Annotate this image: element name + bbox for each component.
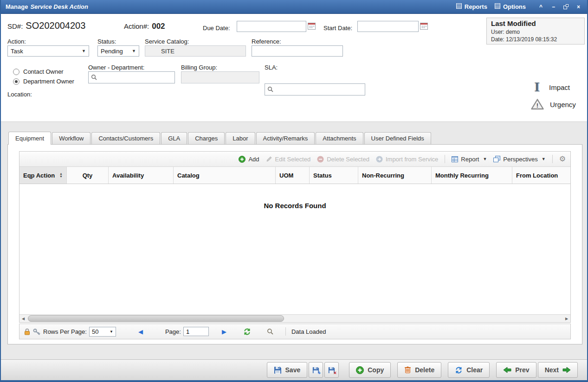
tab-attachments[interactable]: Attachments xyxy=(316,132,363,144)
grid-status-text: Data Loaded xyxy=(291,328,326,335)
report-icon xyxy=(452,156,458,162)
column-header-catalog[interactable]: Catalog xyxy=(174,167,276,184)
tab-labor[interactable]: Labor xyxy=(226,132,255,144)
tab-user-defined-fields[interactable]: User Defined Fields xyxy=(364,132,431,144)
column-header-availability[interactable]: Availability xyxy=(109,167,174,184)
column-header-from-location[interactable]: From Location xyxy=(512,167,570,184)
department-owner-label: Department Owner xyxy=(23,78,74,85)
reports-label: Reports xyxy=(465,3,487,10)
scroll-left-icon[interactable]: ◀ xyxy=(19,315,27,322)
sla-input[interactable] xyxy=(265,83,365,96)
scroll-right-icon[interactable]: ▶ xyxy=(563,315,570,322)
column-header-uom[interactable]: UOM xyxy=(276,167,310,184)
prev-next-group: Prev Next xyxy=(496,362,578,378)
title-prefix: Manage xyxy=(6,3,28,10)
horizontal-scrollbar[interactable]: ◀ ▶ xyxy=(19,314,570,322)
import-from-service-button[interactable]: Import from Service xyxy=(376,156,438,163)
location-label: Location: xyxy=(7,91,32,98)
sd-label: SD#: xyxy=(7,22,23,30)
column-header-monthly-recurring[interactable]: Monthly Recurring xyxy=(432,167,512,184)
column-header-eqp-action[interactable]: Eqp Action ▲▼ xyxy=(19,167,67,184)
column-header-qty[interactable]: Qty xyxy=(67,167,109,184)
start-date-input[interactable] xyxy=(357,21,419,32)
billing-group-label: Billing Group: xyxy=(181,64,217,71)
last-modified-title: Last Modified xyxy=(491,19,580,27)
save-button[interactable]: Save xyxy=(267,362,308,378)
import-icon xyxy=(376,156,383,163)
pager-separator xyxy=(285,327,286,336)
lock-icon[interactable] xyxy=(24,328,30,335)
urgency-row[interactable]: ! Urgency xyxy=(530,98,576,110)
grid-body: No Records Found xyxy=(19,184,570,314)
perspectives-icon xyxy=(493,156,500,162)
owner-department-input[interactable] xyxy=(88,71,175,83)
add-icon xyxy=(239,156,246,163)
toolbar-separator xyxy=(552,155,553,163)
tab-equipment[interactable]: Equipment xyxy=(8,132,51,145)
save-and-new-button[interactable]: + xyxy=(309,362,323,378)
report-dropdown-button[interactable]: Report ▼ xyxy=(452,156,487,163)
options-icon xyxy=(495,3,500,10)
action-select[interactable]: Task ▼ xyxy=(7,45,89,57)
delete-selected-button[interactable]: Delete Selected xyxy=(317,156,369,163)
search-icon xyxy=(91,74,97,80)
tab-gla[interactable]: GLA xyxy=(161,132,187,144)
column-label: Eqp Action xyxy=(23,172,55,179)
tab-workflow[interactable]: Workflow xyxy=(52,132,90,144)
department-owner-radio[interactable]: Department Owner xyxy=(13,78,74,85)
action-number: Action#:002 xyxy=(124,22,165,31)
sd-number: SD#:SO202004203 xyxy=(7,20,85,31)
delete-button[interactable]: Delete xyxy=(397,362,441,378)
collapse-icon[interactable]: ^ xyxy=(537,3,545,11)
key-icon[interactable] xyxy=(33,328,40,335)
report-label: Report xyxy=(461,156,479,163)
service-catalog-field: SITE xyxy=(145,45,246,57)
contact-owner-radio[interactable]: Contact Owner xyxy=(13,68,64,75)
next-button[interactable]: Next xyxy=(538,362,578,378)
action-label: Action: xyxy=(7,38,26,45)
add-button[interactable]: Add xyxy=(239,156,259,163)
sort-icon: ▲▼ xyxy=(59,172,63,178)
reports-button[interactable]: Reports xyxy=(456,3,487,10)
next-page-icon[interactable]: ▶ xyxy=(222,329,226,335)
impact-row[interactable]: I Impact xyxy=(530,81,570,94)
save-disk-icon xyxy=(274,366,282,374)
search-icon[interactable] xyxy=(267,328,273,335)
minimize-icon[interactable]: − xyxy=(549,3,557,11)
page-input[interactable] xyxy=(183,327,209,336)
due-date-calendar-icon[interactable] xyxy=(308,22,316,30)
scrollbar-thumb[interactable] xyxy=(28,315,284,322)
action-select-value: Task xyxy=(11,48,23,55)
close-icon[interactable]: × xyxy=(575,3,582,11)
impact-icon: I xyxy=(530,81,543,94)
tab-charges[interactable]: Charges xyxy=(188,132,225,144)
delete-selected-label: Delete Selected xyxy=(327,156,369,163)
prev-button[interactable]: Prev xyxy=(496,362,536,378)
popout-icon[interactable] xyxy=(562,3,570,11)
column-header-non-recurring[interactable]: Non-Recurring xyxy=(358,167,432,184)
chevron-down-icon: ▼ xyxy=(542,157,546,161)
column-header-status[interactable]: Status xyxy=(310,167,358,184)
refresh-icon[interactable] xyxy=(243,328,251,335)
perspectives-dropdown-button[interactable]: Perspectives ▼ xyxy=(493,156,545,163)
copy-label: Copy xyxy=(368,366,384,374)
radio-circle xyxy=(13,69,19,75)
copy-button[interactable]: Copy xyxy=(349,362,391,378)
prev-page-icon[interactable]: ◀ xyxy=(138,329,143,335)
tab-activity-remarks[interactable]: Activity/Remarks xyxy=(256,132,315,144)
save-and-close-button[interactable]: × xyxy=(324,362,339,378)
start-date-calendar-icon[interactable] xyxy=(420,22,428,30)
arrow-right-icon xyxy=(562,367,571,373)
start-date-label: Start Date: xyxy=(323,25,352,32)
rows-per-page-select[interactable]: 50 ▼ xyxy=(89,327,116,337)
edit-selected-button[interactable]: Edit Selected xyxy=(266,156,311,163)
window-controls: ^ − × xyxy=(537,3,582,11)
gear-icon[interactable]: ⚙ xyxy=(559,155,566,163)
tab-contacts-customers[interactable]: Contacts/Customers xyxy=(91,132,160,144)
options-button[interactable]: Options xyxy=(495,3,526,10)
due-date-input[interactable] xyxy=(237,21,306,32)
clear-refresh-icon xyxy=(455,367,463,374)
reference-input[interactable] xyxy=(252,45,343,57)
clear-button[interactable]: Clear xyxy=(448,362,490,378)
status-select[interactable]: Pending ▼ xyxy=(97,45,139,57)
